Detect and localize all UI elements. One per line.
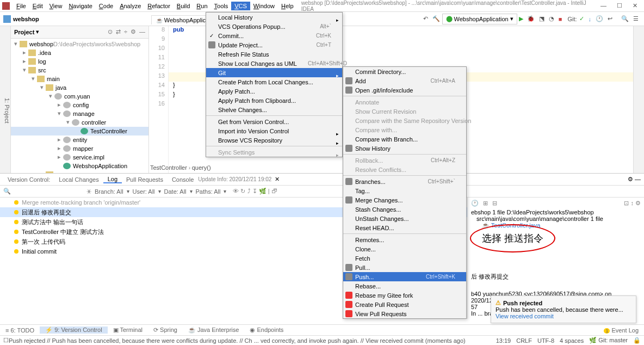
close-x-icon[interactable]: ✕ (275, 176, 280, 183)
tree-node[interactable]: ▸entity (11, 135, 148, 144)
menu-file[interactable]: File (13, 2, 29, 10)
menu-item-vcs-operations-popup-[interactable]: VCS Operations Popup...Alt+` (206, 22, 342, 31)
menu-item-branches-[interactable]: Branches...Ctrl+Shift+` (343, 177, 466, 186)
menu-item-remotes-[interactable]: Remotes... (343, 235, 466, 244)
menu-run[interactable]: Run (193, 2, 210, 10)
tree-node[interactable]: ▸service.impl (11, 153, 148, 162)
menu-item-get-from-version-control-[interactable]: Get from Version Control... (206, 117, 342, 126)
collapse-icon[interactable]: ÷ (124, 28, 127, 35)
menu-tools[interactable]: Tools (211, 2, 232, 10)
regex-icon[interactable]: ⚹ (86, 188, 91, 195)
toolwin-tab[interactable]: ☕ Java Enterprise (183, 326, 244, 334)
vcs-update-info[interactable]: Update Info: 2020/12/21 19:02 (198, 176, 271, 182)
tree-node[interactable]: ▸log (11, 57, 148, 66)
menu-item-commit-[interactable]: ✓Commit...Ctrl+K (206, 31, 342, 40)
search-icon[interactable]: 🔍 (619, 15, 631, 22)
project-panel-title[interactable]: Project (14, 29, 34, 35)
menu-item-show-history[interactable]: Show History (343, 144, 466, 153)
breadcrumb-project[interactable]: webshop (3, 15, 39, 23)
menu-item-tag-[interactable]: Tag... (343, 186, 466, 195)
tree-node[interactable]: ▾manage (11, 109, 148, 118)
menu-item-show-local-changes-as-uml[interactable]: Show Local Changes as UMLCtrl+Alt+Shift+… (206, 59, 342, 68)
menu-item-create-patch-from-local-changes-[interactable]: Create Patch from Local Changes... (206, 77, 342, 87)
menu-build[interactable]: Build (174, 2, 193, 10)
status-indent[interactable]: 4 spaces (560, 337, 584, 344)
menu-item-browse-vcs-repository[interactable]: Browse VCS Repository (206, 135, 342, 145)
vcs-menu-dropdown[interactable]: Local HistoryVCS Operations Popup...Alt+… (206, 12, 343, 157)
menu-view[interactable]: View (46, 2, 66, 10)
run-icon[interactable]: ▶ (519, 15, 523, 22)
status-encoding[interactable]: UTF-8 (537, 337, 554, 344)
tree-node[interactable]: ▸config (11, 101, 148, 109)
filter-branch[interactable]: Branch: All (95, 188, 123, 195)
notif-link[interactable]: View received commit (496, 313, 631, 319)
menu-item-git[interactable]: Git (206, 68, 342, 77)
toolwin-tab[interactable]: ▣ Terminal (108, 326, 148, 334)
menu-code[interactable]: Code (96, 2, 116, 10)
menu-item-open-git-info-exclude[interactable]: Open .git/info/exclude (343, 85, 466, 95)
tree-node[interactable]: ▾java (11, 83, 148, 92)
status-caret-pos[interactable]: 13:19 (496, 337, 511, 344)
maximize-icon[interactable]: ☐ (617, 2, 622, 9)
status-line-sep[interactable]: CRLF (516, 337, 532, 344)
menu-item-apply-patch-[interactable]: Apply Patch... (206, 87, 342, 96)
menu-refactor[interactable]: Refactor (144, 2, 174, 10)
coverage-icon[interactable]: ⬔ (537, 15, 547, 22)
vcs-tab-log[interactable]: Log (103, 176, 122, 183)
tree-node[interactable]: ▸.idea (11, 48, 148, 57)
tree-node[interactable]: WebshopApplication (11, 162, 148, 170)
menu-item-merge-changes-[interactable]: Merge Changes... (343, 195, 466, 205)
menu-item-apply-patch-from-clipboard-[interactable]: Apply Patch from Clipboard... (206, 96, 342, 105)
menu-item-view-pull-requests[interactable]: View Pull Requests (343, 309, 466, 318)
target-icon[interactable]: ⊙ (108, 28, 113, 35)
rollback-icon[interactable]: ↩ (605, 15, 615, 22)
run-config-selector[interactable]: ⬤ WebshopApplication ▾ (442, 14, 517, 24)
tree-node[interactable]: ▾main (11, 75, 148, 83)
vcs-filter-input[interactable] (14, 188, 83, 194)
history-icon[interactable]: 🕐 (471, 200, 479, 207)
menu-item-fetch[interactable]: Fetch (343, 254, 466, 263)
menu-analyze[interactable]: Analyze (116, 2, 144, 10)
menu-window[interactable]: Window (250, 2, 278, 10)
back-icon[interactable]: ↶ (421, 15, 430, 22)
vcs-tab-console[interactable]: Console (168, 176, 198, 183)
editor-tab[interactable]: ☕ WebshopApplica (151, 15, 214, 24)
filter-date[interactable]: Date: All (164, 188, 187, 195)
menu-item-local-history[interactable]: Local History (206, 13, 342, 22)
tree-node[interactable]: TestController (11, 127, 148, 135)
tree-node[interactable]: ▾webshop D:\IdeaProjects\works5\webshop (11, 40, 148, 48)
menu-item-clone-[interactable]: Clone... (343, 244, 466, 254)
menu-item-pull-[interactable]: Pull... (343, 263, 466, 272)
filter-paths[interactable]: Paths: All (196, 188, 221, 195)
menu-item-add[interactable]: AddCtrl+Alt+A (343, 76, 466, 85)
menu-item-rebase-my-gitee-fork[interactable]: Rebase my Gitee fork (343, 291, 466, 300)
menu-item-reset-head-[interactable]: Reset HEAD... (343, 223, 466, 232)
vcs-tab-localchanges[interactable]: Local Changes (54, 176, 103, 183)
git-submenu-dropdown[interactable]: Commit Directory...AddCtrl+Alt+AOpen .gi… (343, 66, 467, 319)
status-icon[interactable]: ☐ (3, 337, 9, 344)
minimize-icon[interactable]: — (600, 2, 606, 9)
profile-icon[interactable]: ◔ (547, 15, 556, 22)
menu-item-create-pull-request[interactable]: Create Pull Request (343, 300, 466, 309)
menu-item-refresh-file-status[interactable]: Refresh File Status (206, 50, 342, 59)
menu-help[interactable]: Help (278, 2, 297, 10)
history-icon[interactable]: 🕐 (593, 15, 605, 22)
menu-vcs[interactable]: VCS (231, 2, 250, 10)
search-icon[interactable]: 🔍 (3, 188, 11, 195)
menu-item-update-project-[interactable]: Update Project...Ctrl+T (206, 40, 342, 50)
filter-user[interactable]: User: All (133, 188, 155, 195)
expand-icon[interactable]: ⇄ (116, 28, 121, 35)
toolwin-tab[interactable]: ≡ 6: TODO (0, 327, 40, 334)
hammer-icon[interactable]: 🔨 (430, 15, 442, 22)
commit-icon[interactable]: ✓ (577, 15, 586, 22)
project-tree[interactable]: ▾webshop D:\IdeaProjects\works5\webshop▸… (11, 39, 148, 173)
menu-item-shelve-changes-[interactable]: Shelve Changes... (206, 105, 342, 114)
menu-item-commit-directory-[interactable]: Commit Directory... (343, 67, 466, 76)
editor-breadcrumb[interactable]: TestController › query() (150, 164, 211, 171)
ide-settings-icon[interactable]: ☰ (631, 15, 641, 22)
close-icon[interactable]: ✕ (633, 2, 637, 9)
vcs-tab-pullrequests[interactable]: Pull Requests (122, 176, 168, 183)
menu-navigate[interactable]: Navigate (65, 2, 95, 10)
toolwin-tab[interactable]: ◉ Endpoints (244, 326, 289, 334)
left-tab-project[interactable]: 1: Project (4, 98, 10, 123)
